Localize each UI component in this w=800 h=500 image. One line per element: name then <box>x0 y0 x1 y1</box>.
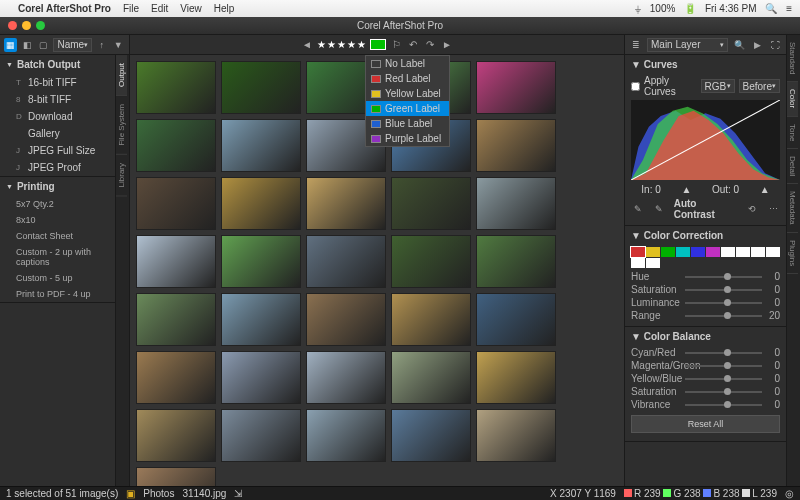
thumbnail[interactable] <box>476 351 556 404</box>
curves-header[interactable]: ▼ Curves <box>625 55 786 74</box>
color-swatch[interactable] <box>676 247 690 257</box>
batch-item[interactable]: DDownload <box>0 108 115 125</box>
thumbnail[interactable] <box>476 409 556 462</box>
color-swatch[interactable] <box>766 247 780 257</box>
spotlight-icon[interactable]: 🔍 <box>765 3 777 14</box>
color-swatch[interactable] <box>631 247 645 257</box>
search-icon[interactable]: 🔍 <box>732 38 746 52</box>
app-menu[interactable]: Corel AfterShot Pro <box>18 3 111 14</box>
color-swatch[interactable] <box>631 258 645 268</box>
batch-output-header[interactable]: ▼Batch Output <box>0 55 115 74</box>
printing-item[interactable]: 8x10 <box>0 212 115 228</box>
param-slider[interactable] <box>685 352 762 354</box>
label-menu-item[interactable]: Purple Label <box>366 131 449 146</box>
eyedropper-grey-icon[interactable]: ✎ <box>652 202 665 216</box>
printing-header[interactable]: ▼Printing <box>0 177 115 196</box>
curves-reset-icon[interactable]: ⟲ <box>745 202 758 216</box>
label-menu-item[interactable]: Blue Label <box>366 116 449 131</box>
thumbnail[interactable] <box>476 293 556 346</box>
filter-icon[interactable]: ▼ <box>112 38 125 52</box>
color-swatches[interactable] <box>625 245 786 270</box>
rotate-ccw-icon[interactable]: ↶ <box>406 38 420 52</box>
param-slider[interactable] <box>685 391 762 393</box>
thumbnail[interactable] <box>221 351 301 404</box>
color-swatch[interactable] <box>736 247 750 257</box>
thumbnail[interactable] <box>476 119 556 172</box>
thumbnail[interactable] <box>391 409 471 462</box>
sort-selector[interactable]: Name▾ <box>53 38 92 52</box>
tab-color[interactable]: Color <box>787 82 798 116</box>
thumbnail[interactable] <box>221 409 301 462</box>
tab-output[interactable]: Output <box>116 55 127 96</box>
tab-detail[interactable]: Detail <box>787 149 798 184</box>
thumbnail[interactable] <box>221 235 301 288</box>
thumbnail[interactable] <box>306 235 386 288</box>
histogram[interactable] <box>631 100 780 180</box>
auto-contrast-button[interactable]: Auto Contrast <box>674 198 738 220</box>
thumbnail[interactable] <box>476 177 556 230</box>
thumbnail[interactable] <box>136 351 216 404</box>
printing-item[interactable]: Custom - 2 up with captions <box>0 244 115 270</box>
batch-item[interactable]: T16-bit TIFF <box>0 74 115 91</box>
curves-more-icon[interactable]: ⋯ <box>767 202 780 216</box>
thumbnail[interactable] <box>306 177 386 230</box>
label-menu-item[interactable]: Red Label <box>366 71 449 86</box>
param-slider[interactable] <box>685 315 762 317</box>
curves-channel-select[interactable]: RGB▾ <box>701 79 735 93</box>
color-swatch[interactable] <box>691 247 705 257</box>
thumbnail[interactable] <box>136 293 216 346</box>
slideshow-icon[interactable]: ▶ <box>750 38 764 52</box>
thumbnail[interactable] <box>136 467 216 486</box>
rating-stars[interactable]: ★★★★★ <box>317 39 367 50</box>
tab-library[interactable]: Library <box>116 155 127 196</box>
color-label-button[interactable] <box>370 39 386 50</box>
label-menu-item[interactable]: No Label <box>366 56 449 71</box>
batch-item[interactable]: JJPEG Full Size <box>0 142 115 159</box>
thumbnail[interactable] <box>391 351 471 404</box>
thumbnail[interactable] <box>476 61 556 114</box>
param-slider[interactable] <box>685 378 762 380</box>
color-swatch[interactable] <box>661 247 675 257</box>
tab-file-system[interactable]: File System <box>116 96 127 155</box>
thumbnail[interactable] <box>221 119 301 172</box>
thumbnail[interactable] <box>391 177 471 230</box>
tab-tone[interactable]: Tone <box>787 117 798 149</box>
printing-item[interactable]: Contact Sheet <box>0 228 115 244</box>
export-icon[interactable]: ⇲ <box>234 488 242 499</box>
thumbnail[interactable] <box>136 235 216 288</box>
thumbnail[interactable] <box>136 177 216 230</box>
printing-item[interactable]: 5x7 Qty.2 <box>0 196 115 212</box>
thumbnail[interactable] <box>306 351 386 404</box>
batch-item[interactable]: 88-bit TIFF <box>0 91 115 108</box>
color-swatch[interactable] <box>721 247 735 257</box>
reset-all-button[interactable]: Reset All <box>631 415 780 433</box>
image-view-icon[interactable]: ▢ <box>37 38 50 52</box>
menu-icon[interactable]: ≡ <box>786 3 792 14</box>
color-swatch[interactable] <box>646 258 660 268</box>
standard-view-icon[interactable]: ◧ <box>20 38 33 52</box>
param-slider[interactable] <box>685 404 762 406</box>
thumbnail[interactable] <box>136 119 216 172</box>
param-slider[interactable] <box>685 276 762 278</box>
thumbnail[interactable] <box>221 177 301 230</box>
thumbnail[interactable] <box>221 293 301 346</box>
printing-item[interactable]: Custom - 5 up <box>0 270 115 286</box>
color-swatch[interactable] <box>751 247 765 257</box>
batch-item[interactable]: JJPEG Proof <box>0 159 115 176</box>
label-menu-item[interactable]: Yellow Label <box>366 86 449 101</box>
label-menu-item[interactable]: Green Label <box>366 101 449 116</box>
next-icon[interactable]: ► <box>440 38 454 52</box>
color-balance-header[interactable]: ▼ Color Balance <box>625 327 786 346</box>
param-slider[interactable] <box>685 302 762 304</box>
param-slider[interactable] <box>685 365 762 367</box>
thumbnail[interactable] <box>476 235 556 288</box>
sort-asc-icon[interactable]: ↑ <box>95 38 108 52</box>
color-swatch[interactable] <box>646 247 660 257</box>
thumbnail[interactable] <box>306 293 386 346</box>
minimize-window[interactable] <box>22 21 31 30</box>
menu-file[interactable]: File <box>123 3 139 14</box>
layers-icon[interactable]: ≣ <box>629 38 643 52</box>
thumbnails-view-icon[interactable]: ▦ <box>4 38 17 52</box>
rotate-cw-icon[interactable]: ↷ <box>423 38 437 52</box>
thumbnail[interactable] <box>306 409 386 462</box>
